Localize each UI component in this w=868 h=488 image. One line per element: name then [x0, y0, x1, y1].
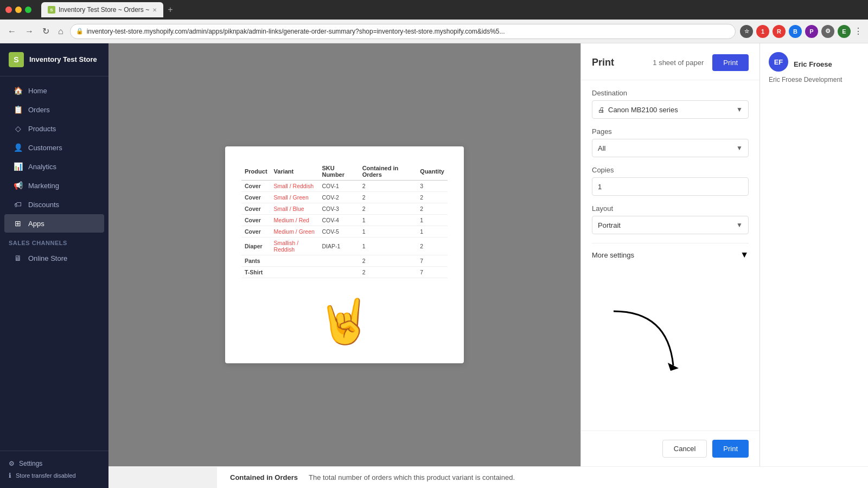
cell-orders: 2 [359, 255, 417, 267]
browser-chrome: S Inventory Test Store ~ Orders ~ ✕ + [0, 0, 868, 20]
cell-variant: Medium / Red [271, 215, 319, 226]
sidebar-item-label: Analytics [28, 163, 56, 171]
store-transfer-label: Store transfer disabled [16, 472, 76, 479]
destination-select[interactable]: 🖨 Canon MB2100 series ▼ [592, 100, 749, 119]
sidebar-item-discounts[interactable]: 🏷 Discounts [4, 195, 104, 214]
header-actions: 1 sheet of paper Print [653, 54, 749, 71]
cell-orders: 1 [359, 237, 417, 255]
store-transfer-item[interactable]: ℹ Store transfer disabled [9, 470, 100, 481]
settings-item[interactable]: ⚙ Settings [9, 458, 100, 470]
products-icon: ◇ [13, 124, 23, 133]
pages-value: All [598, 144, 736, 152]
bottom-label: Contained in Orders [230, 473, 298, 481]
address-bar-row: ← → ↻ ⌂ 🔒 inventory-test-store.myshopify… [0, 20, 868, 43]
cell-quantity: 7 [417, 267, 448, 278]
new-tab-button[interactable]: + [168, 5, 173, 15]
col-quantity: Quantity [417, 163, 448, 181]
more-options-button[interactable]: ⋮ [854, 26, 863, 36]
cell-variant: Small / Green [271, 192, 319, 203]
extension-icon-blue[interactable]: B [789, 25, 802, 38]
table-row: Cover Medium / Green COV-5 1 1 [241, 226, 448, 237]
layout-select[interactable]: Portrait ▼ [592, 216, 749, 234]
home-button[interactable]: ⌂ [56, 24, 66, 38]
settings-icon: ⚙ [9, 460, 15, 467]
print-button[interactable]: Print [712, 440, 749, 458]
pages-count: 1 sheet of paper [653, 59, 704, 67]
dot-red[interactable] [5, 7, 12, 13]
active-tab[interactable]: S Inventory Test Store ~ Orders ~ ✕ [41, 2, 163, 17]
sales-channels-title: SALES CHANNELS [0, 233, 108, 248]
user-icon[interactable]: E [838, 25, 851, 38]
sidebar-item-online-store[interactable]: 🖥 Online Store [4, 249, 104, 267]
lock-icon: 🔒 [76, 28, 84, 35]
cell-orders: 1 [359, 215, 417, 226]
sidebar-item-label: Home [28, 87, 47, 95]
print-dialog-panel: Print 1 sheet of paper Print Destination… [580, 43, 760, 466]
user-avatar: EF [769, 52, 788, 72]
print-header-button[interactable]: Print [712, 54, 749, 71]
table-header-row: Product Variant SKU Number Contained in … [241, 163, 448, 181]
dot-yellow[interactable] [15, 7, 22, 13]
cell-sku: DIAP-1 [318, 237, 359, 255]
document-table: Product Variant SKU Number Contained in … [241, 163, 448, 278]
cell-variant [271, 255, 319, 267]
destination-value: Canon MB2100 series [608, 106, 736, 114]
online-store-icon: 🖥 [13, 253, 23, 263]
sidebar-item-analytics[interactable]: 📊 Analytics [4, 157, 104, 176]
cell-orders: 2 [359, 267, 417, 278]
forward-button[interactable]: → [23, 24, 36, 38]
sidebar-nav: 🏠 Home 📋 Orders ◇ Products 👤 Customers 📊… [0, 76, 108, 451]
cell-quantity: 3 [417, 181, 448, 192]
refresh-button[interactable]: ↻ [40, 24, 52, 38]
sidebar-item-customers[interactable]: 👤 Customers [4, 138, 104, 157]
cell-quantity: 7 [417, 255, 448, 267]
cell-product: Pants [241, 255, 271, 267]
cell-sku: COV-4 [318, 215, 359, 226]
cell-quantity: 1 [417, 226, 448, 237]
cell-orders: 2 [359, 203, 417, 215]
table-row: Cover Small / Green COV-2 2 2 [241, 192, 448, 203]
sidebar-item-home[interactable]: 🏠 Home [4, 81, 104, 100]
user-info: Eric Froese [794, 56, 832, 68]
extension-icon-purple[interactable]: P [805, 25, 818, 38]
sidebar: S Inventory Test Store 🏠 Home 📋 Orders ◇… [0, 43, 108, 488]
copies-label: Copies [592, 166, 749, 174]
table-row: Cover Small / Reddish COV-1 2 3 [241, 181, 448, 192]
user-company: Eric Froese Development [769, 76, 859, 84]
address-bar[interactable]: 🔒 inventory-test-store.myshopify.com/adm… [70, 24, 736, 39]
cell-variant [271, 267, 319, 278]
cell-variant: Small / Reddish [271, 181, 319, 192]
col-sku: SKU Number [318, 163, 359, 181]
orders-icon: 📋 [13, 105, 23, 114]
print-dialog-footer: Cancel Print [581, 431, 760, 466]
extension-icon-grey[interactable]: ⚙ [821, 25, 834, 38]
col-product: Product [241, 163, 271, 181]
tab-favicon: S [48, 6, 55, 14]
tab-close-button[interactable]: ✕ [152, 7, 157, 13]
star-icon[interactable]: ☆ [740, 25, 753, 38]
table-row: Cover Medium / Red COV-4 1 1 [241, 215, 448, 226]
user-header: EF Eric Froese [769, 52, 859, 72]
cell-product: Cover [241, 215, 271, 226]
dot-green[interactable] [25, 7, 31, 13]
sidebar-header: S Inventory Test Store [0, 43, 108, 76]
cell-product: Diaper [241, 237, 271, 255]
info-icon: ℹ [9, 472, 11, 479]
chevron-down-icon-pages: ▼ [736, 144, 743, 152]
sidebar-item-label: Online Store [28, 254, 67, 262]
extension-icon-red[interactable]: 1 [756, 25, 769, 38]
sidebar-item-orders[interactable]: 📋 Orders [4, 100, 104, 119]
extension-icon-red2[interactable]: R [773, 25, 786, 38]
copies-input[interactable] [592, 177, 749, 196]
user-panel: EF Eric Froese Eric Froese Development [760, 43, 868, 466]
back-button[interactable]: ← [5, 24, 18, 38]
pages-select[interactable]: All ▼ [592, 139, 749, 157]
cell-product: Cover [241, 226, 271, 237]
cancel-button[interactable]: Cancel [662, 440, 707, 458]
sidebar-item-products[interactable]: ◇ Products [4, 119, 104, 138]
more-settings-row[interactable]: More settings ▼ [592, 243, 749, 266]
cell-variant: Smallish / Reddish [271, 237, 319, 255]
sidebar-item-marketing[interactable]: 📢 Marketing [4, 176, 104, 195]
app-layout: S Inventory Test Store 🏠 Home 📋 Orders ◇… [0, 43, 868, 488]
sidebar-item-apps[interactable]: ⊞ Apps [4, 214, 104, 233]
